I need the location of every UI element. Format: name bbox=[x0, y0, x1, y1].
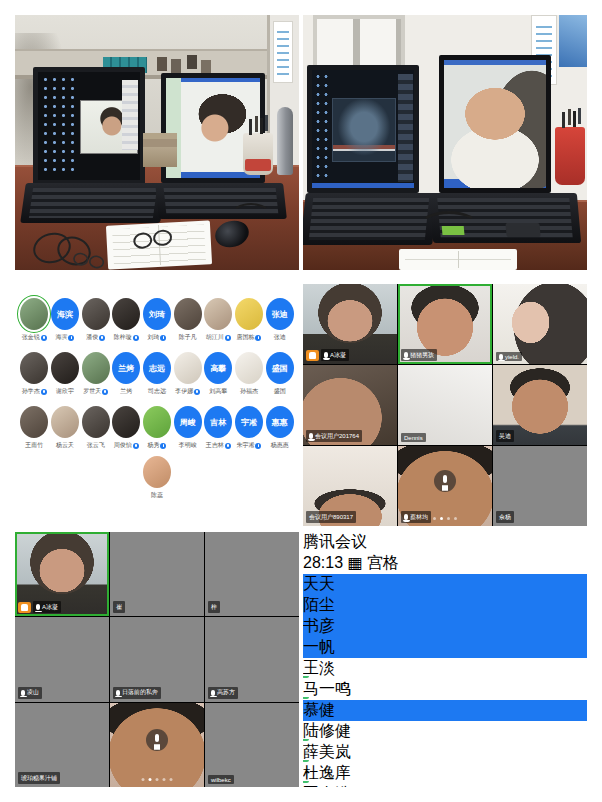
clipped-tile[interactable]: 陌尘 bbox=[303, 595, 587, 616]
clipped-tile[interactable]: 天天 bbox=[303, 574, 587, 595]
desktop-icons bbox=[41, 75, 75, 175]
video-tile[interactable]: 梓 bbox=[205, 532, 299, 616]
clipped-tile[interactable]: 书彦 bbox=[303, 616, 587, 637]
tile-label-row: yield. bbox=[496, 352, 522, 361]
blue-banner bbox=[559, 15, 587, 67]
roster-participant[interactable]: 志远 司志远 bbox=[142, 352, 173, 396]
participant-name-row: 李明峻 bbox=[179, 441, 197, 450]
roster-participant[interactable]: 周峻 李明峻 bbox=[172, 406, 203, 450]
tile-name-label: 吴迪 bbox=[496, 430, 514, 442]
roster-participant[interactable]: 兰烤 兰烤 bbox=[111, 352, 142, 396]
video-tile[interactable]: wilbekc bbox=[205, 703, 299, 787]
roster-participant[interactable]: 张云飞 bbox=[80, 406, 111, 450]
participant-tile[interactable]: 慕健 陆修健 bbox=[303, 700, 587, 742]
shelf-clutter bbox=[157, 57, 167, 71]
mic-muted-badge-icon bbox=[41, 335, 47, 341]
mic-muted-badge-icon bbox=[41, 389, 47, 395]
video-tile[interactable]: 日落前的私奔 bbox=[110, 617, 204, 701]
participant-name-row: 刘高攀 bbox=[209, 387, 227, 396]
roster-participant[interactable]: 王雨竹 bbox=[19, 406, 50, 450]
roster-participant[interactable]: 胡江川 bbox=[203, 298, 234, 342]
participant-name: 马一鸣 bbox=[303, 680, 351, 697]
roster-participant[interactable]: 盛国 盛国 bbox=[264, 352, 295, 396]
tile-label-row: 梓 bbox=[208, 601, 220, 613]
video-tile[interactable]: 琥珀糖果汁铺 bbox=[15, 703, 109, 787]
avatar-initials: 兰烤 bbox=[118, 363, 134, 374]
participant-avatar: 刘琦 bbox=[143, 298, 171, 330]
participant-name: A冰凝 bbox=[330, 351, 346, 360]
participant-avatar: 盛国 bbox=[266, 352, 294, 384]
roster-participant[interactable]: 海滨 海滨 bbox=[50, 298, 81, 342]
avatar-initials: 慕健 bbox=[303, 701, 335, 718]
roster-participant[interactable]: 张迪 张迪 bbox=[264, 298, 295, 342]
tile-name-label: 蔡林均 bbox=[401, 511, 431, 523]
participant-name-row: 朱宇凇 bbox=[236, 441, 261, 450]
participant-name: 唐国栋 bbox=[236, 333, 254, 342]
roster-participant[interactable]: 孙福杰 bbox=[234, 352, 265, 396]
video-tile[interactable] bbox=[110, 703, 204, 787]
avatar-initials: 周峻 bbox=[180, 417, 196, 428]
participant-name: 罗世天 bbox=[83, 387, 101, 396]
video-tile[interactable]: 佘杨 bbox=[493, 446, 587, 526]
roster-participant[interactable]: 谢欣宇 bbox=[50, 352, 81, 396]
mic-overlay-icon[interactable] bbox=[434, 470, 456, 492]
tile-label-row: Dennis bbox=[401, 433, 426, 442]
mic-overlay-icon[interactable] bbox=[146, 729, 168, 751]
participant-name: 杨秀 bbox=[147, 441, 159, 450]
participant-name-row: 谢欣宇 bbox=[56, 387, 74, 396]
roster-participant[interactable]: 潘俊 bbox=[80, 298, 111, 342]
video-tile[interactable]: 凌山 bbox=[15, 617, 109, 701]
roster-participant[interactable]: 吉林 王吉林 bbox=[203, 406, 234, 450]
video-tile[interactable]: 吴迪 bbox=[493, 365, 587, 445]
mic-icon bbox=[36, 604, 40, 610]
roster-participant[interactable]: 宇凇 朱宇凇 bbox=[234, 406, 265, 450]
roster-participant[interactable]: 张金锐 bbox=[19, 298, 50, 342]
participant-name: 吴迪 bbox=[499, 432, 511, 441]
roster-participant[interactable]: 罗世天 bbox=[80, 352, 111, 396]
participant-list bbox=[398, 74, 413, 182]
roster-participant[interactable]: 杨云天 bbox=[50, 406, 81, 450]
roster-participant[interactable]: 刘琦 刘琦 bbox=[142, 298, 173, 342]
video-tile[interactable]: yield. bbox=[493, 284, 587, 364]
video-tile[interactable]: A冰凝 bbox=[15, 532, 109, 616]
touchpad bbox=[505, 223, 540, 237]
participant-name-row: 司志远 bbox=[148, 387, 166, 396]
video-tile[interactable]: 高苏方 bbox=[205, 617, 299, 701]
roster-participant[interactable]: 李伊娜 bbox=[172, 352, 203, 396]
roster-participant[interactable]: 高攀 刘高攀 bbox=[203, 352, 234, 396]
video-tile[interactable]: Dennis bbox=[398, 365, 492, 445]
participant-tile[interactable]: 薛美岚 bbox=[303, 742, 587, 763]
roster-participant[interactable]: 周俊怡 bbox=[111, 406, 142, 450]
participant-name-row: 陈子凡 bbox=[179, 333, 197, 342]
participant-name: 陈梓璇 bbox=[114, 333, 132, 342]
participant-name-row: 张金锐 bbox=[22, 333, 47, 342]
mic-muted-badge-icon bbox=[194, 389, 200, 395]
participant-avatar bbox=[20, 298, 48, 330]
roster-participant[interactable]: 孙学杰 bbox=[19, 352, 50, 396]
video-grid: A冰凝 崔 梓 bbox=[15, 532, 299, 787]
video-tile[interactable]: 崔 bbox=[110, 532, 204, 616]
video-tile[interactable]: 会议用户201764 bbox=[303, 365, 397, 445]
participant-tile[interactable]: 王志浩 bbox=[303, 784, 587, 787]
roster-participant[interactable]: 陈蕊 bbox=[143, 456, 171, 500]
collage-page: 张金锐 海滨 海滨 潘俊 陈梓璇 刘琦 刘琦 bbox=[0, 0, 602, 802]
window-title: 腾讯会议 bbox=[303, 532, 587, 553]
layout-label[interactable]: 宫格 bbox=[367, 554, 399, 571]
clipped-tile[interactable]: 一帆 bbox=[303, 637, 587, 658]
mic-muted-badge-icon bbox=[255, 443, 261, 449]
video-tile[interactable]: 猪猪男孩 bbox=[398, 284, 492, 364]
video-tile[interactable]: 蔡林均 bbox=[398, 446, 492, 526]
participant-tile[interactable]: 马一鸣 bbox=[303, 679, 587, 700]
video-tile[interactable]: 会议用户890317 bbox=[303, 446, 397, 526]
roster-participant[interactable]: 陈子凡 bbox=[172, 298, 203, 342]
participant-tile[interactable]: 王淡 bbox=[303, 658, 587, 679]
roster-participant[interactable]: 杨秀 bbox=[142, 406, 173, 450]
roster-participant[interactable]: 陈梓璇 bbox=[111, 298, 142, 342]
layout-grid-icon[interactable]: ▦ bbox=[348, 554, 363, 571]
video-tile[interactable]: A冰凝 bbox=[303, 284, 397, 364]
tile-label-row: 日落前的私奔 bbox=[113, 687, 161, 699]
roster-participant[interactable]: 唐国栋 bbox=[234, 298, 265, 342]
participant-tile[interactable]: 杜逸庠 bbox=[303, 763, 587, 784]
tile-label-row: 会议用户890317 bbox=[306, 511, 356, 523]
roster-participant[interactable]: 惠惠 杨惠惠 bbox=[264, 406, 295, 450]
